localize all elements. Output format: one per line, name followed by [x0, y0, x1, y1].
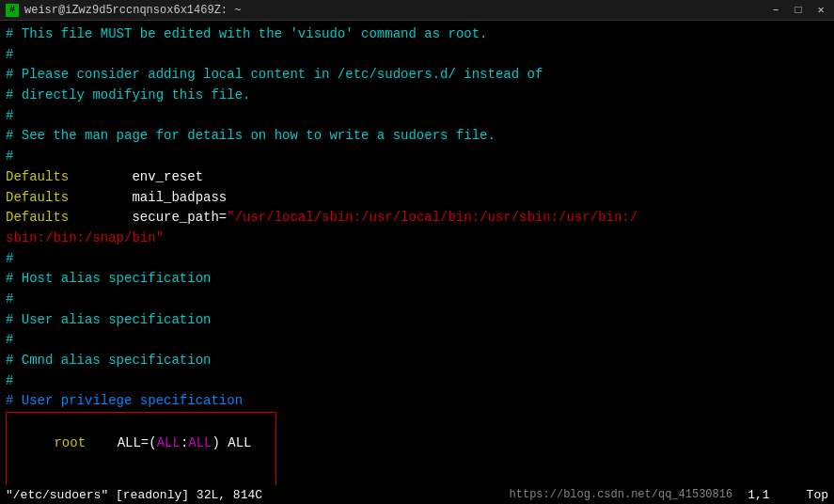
close-button[interactable]: ✕ [813, 3, 828, 17]
titlebar: # weisr@iZwz9d5rccnqnsox6x1469Z: ~ – □ ✕ [0, 0, 834, 21]
terminal-line: # [6, 249, 828, 270]
statusbar: "/etc/sudoers" [readonly] 32L, 814C http… [0, 485, 834, 504]
terminal-line: # Cmnd alias specification [6, 351, 828, 371]
url-text: https://blog.csdn.net/qq_41530816 [510, 488, 733, 501]
highlighted-line-1: root ALL=(ALL:ALL) ALL [7, 413, 275, 474]
terminal-line: # See the man page for details on how to… [6, 126, 828, 147]
highlight-box: root ALL=(ALL:ALL) ALL weishurong ALL=(A… [6, 412, 276, 485]
terminal-line: Defaults env_reset [6, 167, 828, 188]
terminal-icon: # [6, 4, 19, 17]
terminal-line: # Host alias specification [6, 269, 828, 290]
titlebar-left: # weisr@iZwz9d5rccnqnsox6x1469Z: ~ [6, 4, 241, 17]
terminal-line: # [6, 330, 828, 351]
terminal-line: # User alias specification [6, 310, 828, 331]
file-status: "/etc/sudoers" [readonly] 32L, 814C [6, 488, 262, 502]
minimize-button[interactable]: – [768, 4, 783, 17]
terminal-line: # [6, 147, 828, 167]
terminal-line: # [6, 371, 828, 392]
terminal-line: Defaults mail_badpass [6, 188, 828, 209]
terminal-line: Defaults secure_path="/usr/local/sbin:/u… [6, 208, 828, 228]
terminal-line: sbin:/bin:/snap/bin" [6, 228, 828, 249]
terminal-line: # [6, 45, 828, 66]
root-user: root [54, 435, 117, 450]
terminal-line: # Please consider adding local content i… [6, 65, 828, 86]
statusbar-right: https://blog.csdn.net/qq_41530816 1,1 To… [510, 488, 828, 502]
terminal-line: # This file MUST be edited with the 'vis… [6, 24, 828, 45]
terminal-line: # directly modifying this file. [6, 86, 828, 106]
terminal-lines: # This file MUST be edited with the 'vis… [6, 24, 828, 412]
terminal-line: # [6, 106, 828, 127]
maximize-button[interactable]: □ [791, 4, 806, 17]
cursor-position: 1,1 Top [747, 488, 828, 502]
terminal-content: # This file MUST be edited with the 'vis… [0, 21, 834, 485]
highlighted-line-2: weishurong ALL=(ALL:ALL) ALL [7, 474, 275, 485]
terminal-line: # [6, 290, 828, 310]
terminal-line: # User privilege specification [6, 391, 828, 412]
window-title: weisr@iZwz9d5rccnqnsox6x1469Z: ~ [24, 4, 241, 17]
window-controls: – □ ✕ [768, 3, 828, 17]
